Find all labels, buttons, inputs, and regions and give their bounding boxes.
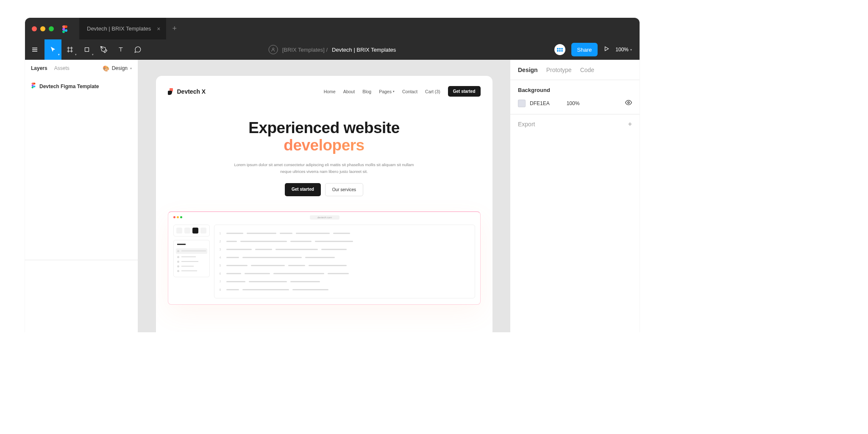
browser-chrome: devtech.com: [172, 215, 477, 222]
menu-button[interactable]: [25, 39, 45, 60]
tab-code[interactable]: Code: [580, 67, 594, 73]
nav-cart[interactable]: Cart (3): [425, 89, 440, 94]
browser-sidebar: [173, 225, 210, 298]
left-panel: Layers Assets 🎨 Design ▾ Devtech Figma T…: [25, 60, 138, 332]
file-tab-label: Devtech | BRIX Templates: [87, 25, 151, 32]
right-panel: Design Prototype Code Background DFE1EA …: [510, 60, 640, 332]
chevron-down-icon: ▾: [130, 67, 132, 70]
main-area: Layers Assets 🎨 Design ▾ Devtech Figma T…: [25, 60, 640, 332]
nav-blog[interactable]: Blog: [362, 89, 371, 94]
background-title: Background: [518, 87, 632, 93]
site-menu: Home About Blog Pages▾ Contact Cart (3) …: [324, 86, 481, 97]
new-tab-button[interactable]: +: [172, 24, 177, 33]
comment-tool[interactable]: [129, 39, 146, 60]
nav-pages[interactable]: Pages▾: [379, 89, 395, 94]
panel-divider[interactable]: [25, 260, 138, 260]
layers-list: Devtech Figma Template: [25, 77, 138, 96]
tab-assets[interactable]: Assets: [54, 65, 70, 71]
svg-point-13: [33, 86, 36, 88]
figma-page-icon: [31, 83, 36, 90]
hero-heading-line2: developers: [168, 137, 481, 154]
svg-point-11: [273, 48, 274, 50]
site-logo: Devtech X: [168, 88, 206, 95]
hero-subtext: Lorem ipsum dolor sit amet consectetur a…: [231, 161, 417, 174]
svg-point-0: [65, 29, 67, 32]
svg-rect-8: [85, 48, 89, 52]
toolbar: ▾ ▾ ▾ [BRIX Templates] / Devtech | BRIX …: [25, 39, 640, 60]
nav-about[interactable]: About: [343, 89, 355, 94]
pen-tool[interactable]: [95, 39, 112, 60]
right-panel-tabs: Design Prototype Code: [510, 60, 640, 80]
page-item[interactable]: Devtech Figma Template: [31, 80, 132, 93]
nav-home[interactable]: Home: [324, 89, 336, 94]
text-tool[interactable]: [112, 39, 129, 60]
breadcrumb-file[interactable]: Devtech | BRIX Templates: [332, 47, 396, 53]
browser-content: 1 2 3 4 5 6 7 8: [214, 225, 475, 298]
hero-secondary-button[interactable]: Our services: [325, 183, 363, 196]
hero-primary-button[interactable]: Get started: [285, 183, 321, 196]
present-button[interactable]: [604, 46, 609, 53]
canvas[interactable]: Devtech X Home About Blog Pages▾ Contact…: [138, 60, 510, 332]
color-swatch[interactable]: [518, 100, 526, 107]
zoom-control[interactable]: 100%▾: [615, 47, 632, 53]
tab-design[interactable]: Design: [518, 67, 538, 73]
browser-body: 1 2 3 4 5 6 7 8: [172, 222, 477, 301]
hero-heading-line1: Experienced website: [168, 120, 481, 137]
nav-cta-button[interactable]: Get started: [448, 86, 481, 97]
shape-tool[interactable]: ▾: [78, 39, 95, 60]
maximize-window-icon[interactable]: [49, 26, 54, 31]
pages-label: Design: [112, 65, 128, 71]
user-avatar[interactable]: [554, 44, 565, 55]
left-panel-tabs: Layers Assets 🎨 Design ▾: [25, 60, 138, 77]
browser-traffic-lights: [173, 216, 182, 218]
traffic-lights: [25, 26, 54, 31]
chevron-down-icon: ▾: [630, 48, 632, 52]
close-tab-icon[interactable]: ×: [157, 25, 160, 32]
chevron-down-icon: ▾: [393, 90, 395, 93]
minimize-window-icon[interactable]: [40, 26, 45, 31]
svg-point-14: [628, 102, 629, 103]
toolbar-right: Share 100%▾: [554, 43, 640, 56]
pages-dropdown[interactable]: 🎨 Design ▾: [103, 65, 132, 72]
nav-contact[interactable]: Contact: [402, 89, 417, 94]
add-export-button[interactable]: +: [628, 120, 632, 128]
file-tab[interactable]: Devtech | BRIX Templates ×: [79, 18, 166, 39]
background-row: DFE1EA 100%: [518, 99, 632, 107]
close-window-icon[interactable]: [32, 26, 37, 31]
share-button[interactable]: Share: [571, 43, 598, 56]
move-tool[interactable]: ▾: [45, 39, 61, 60]
team-avatar-icon[interactable]: [269, 45, 278, 54]
tab-prototype[interactable]: Prototype: [546, 67, 572, 73]
opacity-input[interactable]: 100%: [567, 100, 580, 106]
browser-url: devtech.com: [310, 215, 339, 220]
tab-layers[interactable]: Layers: [31, 65, 47, 71]
export-section: Export +: [510, 114, 640, 134]
site-nav: Devtech X Home About Blog Pages▾ Contact…: [168, 86, 481, 97]
browser-mockup: devtech.com: [168, 211, 481, 305]
zoom-label: 100%: [615, 47, 629, 53]
artboard[interactable]: Devtech X Home About Blog Pages▾ Contact…: [156, 76, 492, 332]
breadcrumb-folder[interactable]: [BRIX Templates] /: [282, 47, 328, 53]
logo-mark-icon: [168, 88, 175, 95]
background-section: Background DFE1EA 100%: [510, 80, 640, 114]
color-hex-input[interactable]: DFE1EA: [530, 100, 550, 106]
hero-section: Experienced website developers Lorem ips…: [168, 120, 481, 196]
app-window: Devtech | BRIX Templates × + ▾ ▾ ▾ [BRIX…: [25, 18, 640, 332]
visibility-toggle[interactable]: [625, 99, 632, 107]
svg-marker-12: [605, 47, 609, 50]
figma-logo-icon: [61, 25, 68, 32]
breadcrumb: [BRIX Templates] / Devtech | BRIX Templa…: [269, 45, 396, 54]
title-bar: Devtech | BRIX Templates × +: [25, 18, 640, 39]
logo-text: Devtech X: [177, 88, 206, 95]
page-item-label: Devtech Figma Template: [39, 83, 99, 89]
palette-icon: 🎨: [103, 65, 109, 72]
hero-buttons: Get started Our services: [168, 183, 481, 196]
frame-tool[interactable]: ▾: [61, 39, 78, 60]
export-label: Export: [518, 121, 535, 128]
